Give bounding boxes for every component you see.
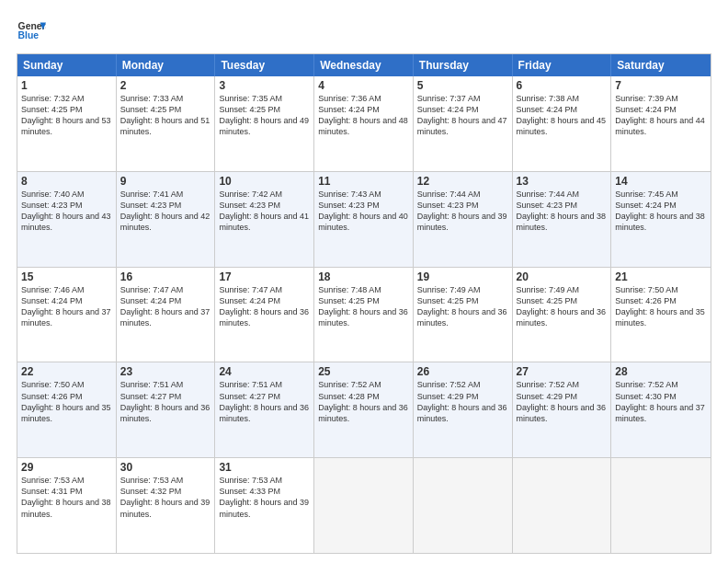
calendar-cell: 19 Sunrise: 7:49 AMSunset: 4:25 PMDaylig… (414, 268, 513, 362)
calendar-cell: 16 Sunrise: 7:47 AMSunset: 4:24 PMDaylig… (117, 268, 216, 362)
calendar-cell: 8 Sunrise: 7:40 AMSunset: 4:23 PMDayligh… (17, 172, 117, 267)
calendar-cell: 12 Sunrise: 7:44 AMSunset: 4:23 PMDaylig… (414, 172, 513, 267)
day-info: Sunrise: 7:40 AMSunset: 4:23 PMDaylight:… (21, 190, 111, 232)
logo-icon: General Blue (17, 17, 46, 46)
calendar-cell: 3 Sunrise: 7:35 AMSunset: 4:25 PMDayligh… (215, 76, 314, 171)
calendar-cell: 30 Sunrise: 7:53 AMSunset: 4:32 PMDaylig… (117, 458, 216, 553)
day-info: Sunrise: 7:41 AMSunset: 4:23 PMDaylight:… (120, 190, 210, 232)
header-day-wednesday: Wednesday (314, 54, 414, 76)
calendar-cell: 9 Sunrise: 7:41 AMSunset: 4:23 PMDayligh… (117, 172, 216, 267)
day-number: 11 (318, 175, 409, 188)
day-number: 18 (318, 270, 409, 283)
day-number: 3 (219, 79, 310, 92)
day-info: Sunrise: 7:52 AMSunset: 4:28 PMDaylight:… (318, 380, 408, 422)
day-number: 19 (417, 270, 508, 283)
calendar-cell: 11 Sunrise: 7:43 AMSunset: 4:23 PMDaylig… (314, 172, 414, 267)
day-info: Sunrise: 7:45 AMSunset: 4:24 PMDaylight:… (615, 190, 705, 232)
day-number: 27 (517, 365, 608, 378)
calendar-cell: 20 Sunrise: 7:49 AMSunset: 4:25 PMDaylig… (513, 268, 612, 362)
day-number: 16 (120, 270, 211, 283)
svg-text:Blue: Blue (18, 30, 40, 40)
day-number: 14 (615, 175, 707, 188)
day-number: 1 (21, 79, 112, 92)
page: General Blue SundayMondayTuesdayWednesda… (0, 0, 728, 563)
day-number: 13 (517, 175, 608, 188)
day-info: Sunrise: 7:53 AMSunset: 4:31 PMDaylight:… (21, 476, 111, 518)
day-info: Sunrise: 7:50 AMSunset: 4:26 PMDaylight:… (615, 285, 705, 327)
calendar-cell: 6 Sunrise: 7:38 AMSunset: 4:24 PMDayligh… (513, 76, 612, 171)
calendar-cell: 28 Sunrise: 7:52 AMSunset: 4:30 PMDaylig… (611, 362, 711, 457)
day-number: 9 (120, 175, 211, 188)
calendar-cell: 1 Sunrise: 7:32 AMSunset: 4:25 PMDayligh… (17, 76, 117, 171)
day-info: Sunrise: 7:51 AMSunset: 4:27 PMDaylight:… (120, 380, 210, 422)
day-number: 2 (120, 79, 211, 92)
calendar-cell: 25 Sunrise: 7:52 AMSunset: 4:28 PMDaylig… (314, 362, 414, 457)
day-info: Sunrise: 7:36 AMSunset: 4:24 PMDaylight:… (318, 94, 408, 136)
day-info: Sunrise: 7:44 AMSunset: 4:23 PMDaylight:… (417, 190, 507, 232)
calendar-cell: 26 Sunrise: 7:52 AMSunset: 4:29 PMDaylig… (414, 362, 513, 457)
day-number: 7 (615, 79, 707, 92)
header-day-friday: Friday (513, 54, 612, 76)
day-number: 20 (517, 270, 608, 283)
day-info: Sunrise: 7:48 AMSunset: 4:25 PMDaylight:… (318, 285, 408, 327)
logo: General Blue (17, 17, 46, 46)
calendar-cell: 27 Sunrise: 7:52 AMSunset: 4:29 PMDaylig… (513, 362, 612, 457)
calendar-cell: 31 Sunrise: 7:53 AMSunset: 4:33 PMDaylig… (215, 458, 314, 553)
day-info: Sunrise: 7:33 AMSunset: 4:25 PMDaylight:… (120, 94, 210, 136)
day-number: 10 (219, 175, 310, 188)
day-info: Sunrise: 7:49 AMSunset: 4:25 PMDaylight:… (517, 285, 607, 327)
day-info: Sunrise: 7:52 AMSunset: 4:29 PMDaylight:… (417, 380, 507, 422)
day-info: Sunrise: 7:46 AMSunset: 4:24 PMDaylight:… (21, 285, 111, 327)
calendar-cell: 4 Sunrise: 7:36 AMSunset: 4:24 PMDayligh… (314, 76, 414, 171)
header-day-monday: Monday (117, 54, 216, 76)
day-number: 23 (120, 365, 211, 378)
day-info: Sunrise: 7:38 AMSunset: 4:24 PMDaylight:… (517, 94, 607, 136)
day-info: Sunrise: 7:50 AMSunset: 4:26 PMDaylight:… (21, 380, 111, 422)
calendar-cell (314, 458, 414, 553)
calendar-week-5: 29 Sunrise: 7:53 AMSunset: 4:31 PMDaylig… (17, 457, 711, 553)
header-day-tuesday: Tuesday (215, 54, 314, 76)
header-day-sunday: Sunday (17, 54, 117, 76)
calendar-cell: 7 Sunrise: 7:39 AMSunset: 4:24 PMDayligh… (611, 76, 711, 171)
day-info: Sunrise: 7:37 AMSunset: 4:24 PMDaylight:… (417, 94, 507, 136)
calendar-week-4: 22 Sunrise: 7:50 AMSunset: 4:26 PMDaylig… (17, 362, 711, 457)
calendar-cell: 17 Sunrise: 7:47 AMSunset: 4:24 PMDaylig… (215, 268, 314, 362)
day-info: Sunrise: 7:51 AMSunset: 4:27 PMDaylight:… (219, 380, 309, 422)
day-number: 31 (219, 461, 310, 474)
calendar-cell (611, 458, 711, 553)
day-number: 25 (318, 365, 409, 378)
calendar-week-1: 1 Sunrise: 7:32 AMSunset: 4:25 PMDayligh… (17, 76, 711, 171)
calendar-cell: 10 Sunrise: 7:42 AMSunset: 4:23 PMDaylig… (215, 172, 314, 267)
day-info: Sunrise: 7:47 AMSunset: 4:24 PMDaylight:… (219, 285, 309, 327)
calendar-cell: 18 Sunrise: 7:48 AMSunset: 4:25 PMDaylig… (314, 268, 414, 362)
calendar-cell: 22 Sunrise: 7:50 AMSunset: 4:26 PMDaylig… (17, 362, 117, 457)
day-info: Sunrise: 7:35 AMSunset: 4:25 PMDaylight:… (219, 94, 309, 136)
day-info: Sunrise: 7:49 AMSunset: 4:25 PMDaylight:… (417, 285, 507, 327)
header: General Blue (17, 17, 711, 46)
calendar-cell: 15 Sunrise: 7:46 AMSunset: 4:24 PMDaylig… (17, 268, 117, 362)
day-info: Sunrise: 7:47 AMSunset: 4:24 PMDaylight:… (120, 285, 210, 327)
calendar-cell: 14 Sunrise: 7:45 AMSunset: 4:24 PMDaylig… (611, 172, 711, 267)
day-info: Sunrise: 7:53 AMSunset: 4:32 PMDaylight:… (120, 476, 210, 518)
day-info: Sunrise: 7:42 AMSunset: 4:23 PMDaylight:… (219, 190, 309, 232)
day-info: Sunrise: 7:44 AMSunset: 4:23 PMDaylight:… (517, 190, 607, 232)
day-number: 21 (615, 270, 707, 283)
day-info: Sunrise: 7:43 AMSunset: 4:23 PMDaylight:… (318, 190, 408, 232)
day-number: 12 (417, 175, 508, 188)
day-number: 26 (417, 365, 508, 378)
day-number: 24 (219, 365, 310, 378)
calendar-header: SundayMondayTuesdayWednesdayThursdayFrid… (17, 54, 711, 76)
day-number: 5 (417, 79, 508, 92)
day-info: Sunrise: 7:52 AMSunset: 4:30 PMDaylight:… (615, 380, 705, 422)
header-day-saturday: Saturday (611, 54, 711, 76)
day-number: 30 (120, 461, 211, 474)
day-number: 15 (21, 270, 112, 283)
header-day-thursday: Thursday (414, 54, 513, 76)
day-number: 22 (21, 365, 112, 378)
calendar-week-2: 8 Sunrise: 7:40 AMSunset: 4:23 PMDayligh… (17, 171, 711, 267)
calendar: SundayMondayTuesdayWednesdayThursdayFrid… (17, 53, 711, 554)
calendar-cell: 2 Sunrise: 7:33 AMSunset: 4:25 PMDayligh… (117, 76, 216, 171)
day-number: 29 (21, 461, 112, 474)
calendar-cell: 23 Sunrise: 7:51 AMSunset: 4:27 PMDaylig… (117, 362, 216, 457)
calendar-cell: 24 Sunrise: 7:51 AMSunset: 4:27 PMDaylig… (215, 362, 314, 457)
